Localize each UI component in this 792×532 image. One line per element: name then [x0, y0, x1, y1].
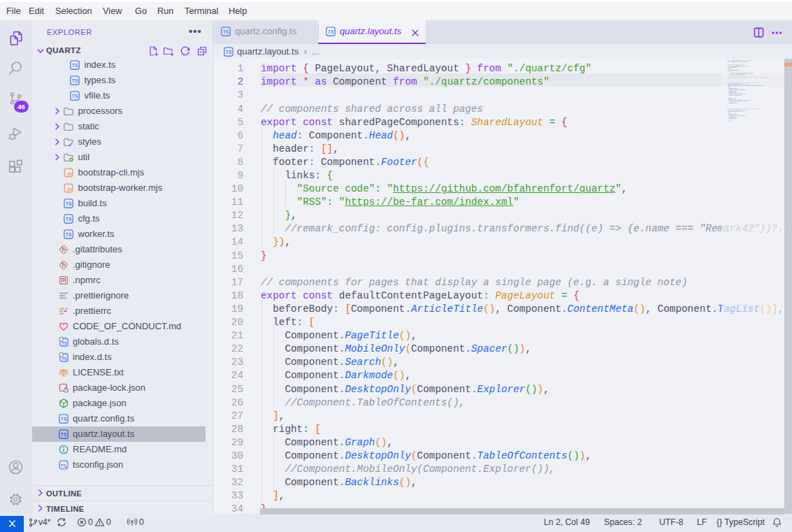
svg-text:TS: TS	[66, 217, 72, 222]
svg-text:TS: TS	[62, 341, 67, 345]
svg-text:JS: JS	[67, 187, 72, 192]
svg-text:TS: TS	[60, 432, 66, 437]
svg-text:TS: TS	[226, 50, 232, 55]
svg-text:TS: TS	[328, 29, 334, 34]
svg-text:TS: TS	[62, 357, 67, 361]
svg-text:JS: JS	[67, 172, 72, 176]
svg-text:TS: TS	[223, 29, 229, 34]
svg-text:TS: TS	[66, 232, 72, 237]
svg-text:TS: TS	[72, 63, 78, 68]
svg-text:TS: TS	[72, 94, 78, 99]
svg-text:TS: TS	[60, 417, 66, 422]
svg-text:TS: TS	[66, 201, 72, 206]
svg-text:TS: TS	[72, 78, 78, 83]
